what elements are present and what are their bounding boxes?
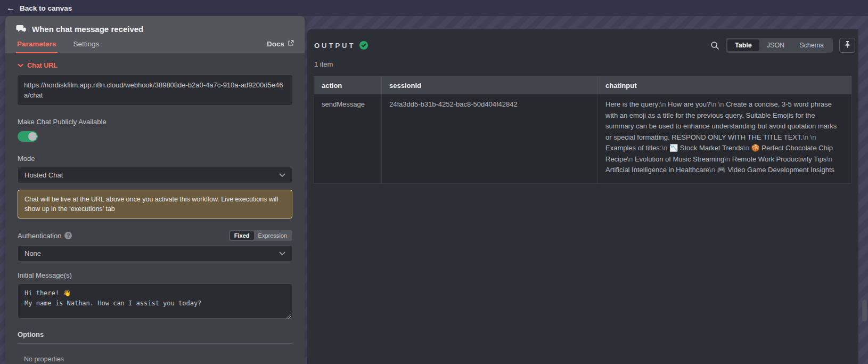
search-icon[interactable] [710,41,719,50]
parameters-body: Chat URL https://nordiskfilm.app.n8n.clo… [5,53,305,364]
activation-notice: Chat will be live at the URL above once … [18,190,292,219]
cell-chatinput[interactable]: Here is the query:\n How are you?\n \n C… [598,94,851,183]
options-label: Options [18,330,292,338]
cell-sessionid[interactable]: 24fa3dd5-b31b-4252-bac8-50d404f42842 [382,94,598,183]
mode-label: Mode [18,155,292,163]
table-row: sendMessage 24fa3dd5-b31b-4252-bac8-50d4… [314,94,851,183]
column-header-chatinput[interactable]: chatInput [598,77,851,95]
authentication-label: Authentication [18,232,61,240]
arrow-left-icon: ← [6,4,15,12]
chat-bubbles-icon [16,25,27,34]
view-tab-json[interactable]: JSON [759,39,792,51]
authentication-select[interactable]: None [18,245,292,262]
output-title: OUTPUT [314,42,355,50]
help-icon[interactable]: ? [64,232,72,239]
expression-option[interactable]: Expression [254,231,291,240]
chevron-down-icon [18,63,23,68]
pin-icon [844,41,851,50]
vertical-scrollbar-thumb[interactable] [862,300,867,321]
external-link-icon [288,40,294,48]
chat-url-collapse-header[interactable]: Chat URL [18,62,292,69]
public-available-toggle[interactable] [18,131,38,142]
node-title: When chat message received [32,25,143,34]
node-panel-header: When chat message received Parameters Se… [5,16,305,53]
chat-url-label: Chat URL [27,62,58,69]
options-divider [18,343,292,344]
cell-action[interactable]: sendMessage [314,94,382,183]
back-to-canvas-label: Back to canvas [20,4,72,12]
textarea-resize-handle[interactable] [286,314,291,319]
public-available-label: Make Chat Publicly Available [18,118,292,126]
initial-messages-label: Initial Message(s) [18,271,292,279]
initial-messages-input[interactable]: Hi there! 👋 My name is Nathan. How can I… [18,284,292,319]
column-header-action[interactable]: action [314,77,382,95]
tab-parameters[interactable]: Parameters [16,40,58,53]
pin-data-button[interactable] [839,38,855,53]
fixed-expression-toggle: Fixed Expression [229,230,292,241]
table-header-row: action sessionId chatInput [314,77,851,95]
view-tab-schema[interactable]: Schema [792,39,831,51]
output-table: action sessionId chatInput sendMessage 2… [314,76,851,184]
toggle-knob [28,132,37,141]
column-header-sessionid[interactable]: sessionId [382,77,598,95]
success-check-icon [359,41,368,50]
chat-url-value[interactable]: https://nordiskfilm.app.n8n.cloud/webhoo… [18,75,292,105]
top-bar: ← Back to canvas [0,0,868,16]
docs-label: Docs [267,40,284,48]
output-panel: OUTPUT Table JSON Schema 1 item ac [307,29,858,364]
docs-link[interactable]: Docs [267,40,294,53]
options-empty-text: No properties [24,355,292,363]
back-to-canvas-button[interactable]: ← Back to canvas [6,4,72,12]
output-view-toggle: Table JSON Schema [726,38,833,53]
node-details-panel: When chat message received Parameters Se… [5,16,305,364]
view-tab-table[interactable]: Table [727,39,759,51]
items-count: 1 item [307,53,858,68]
tab-settings[interactable]: Settings [72,40,101,53]
chevron-down-icon [279,173,285,177]
mode-value: Hosted Chat [24,171,63,179]
mode-select[interactable]: Hosted Chat [18,167,292,183]
fixed-option[interactable]: Fixed [230,231,254,240]
chevron-down-icon [279,252,285,256]
authentication-value: None [24,249,41,257]
